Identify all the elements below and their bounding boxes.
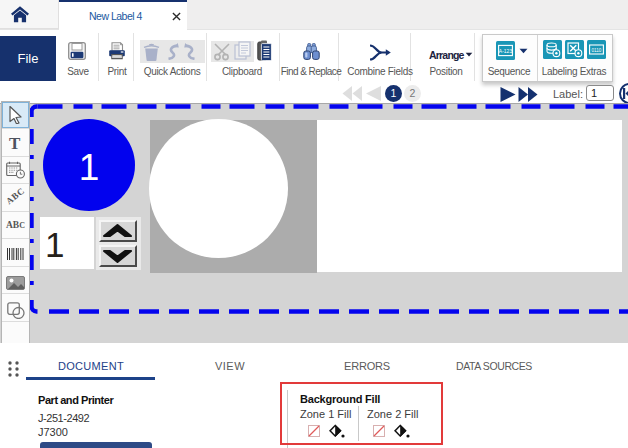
svg-text:A-123: A-123 — [499, 48, 513, 54]
svg-text:0110: 0110 — [592, 48, 602, 53]
